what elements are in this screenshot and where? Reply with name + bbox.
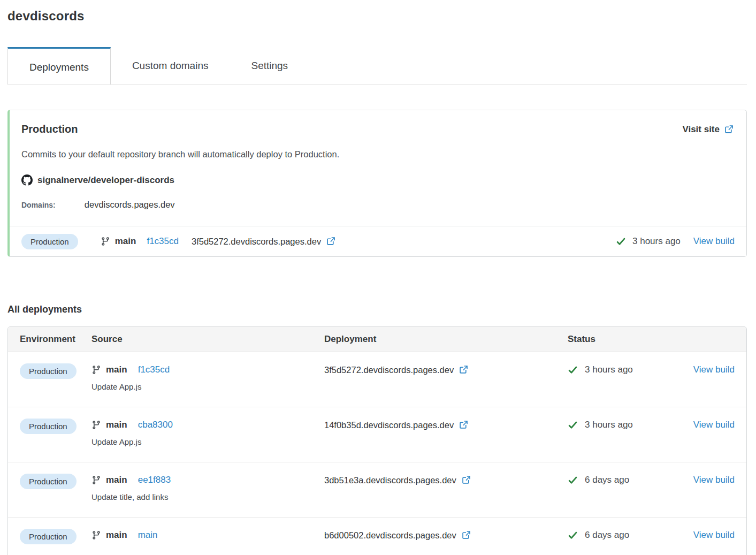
tab-settings[interactable]: Settings xyxy=(230,47,309,85)
commit-link[interactable]: f1c35cd xyxy=(147,236,179,247)
github-icon xyxy=(21,174,33,186)
commit-message: Update App.js xyxy=(91,436,324,448)
environment-badge: Production xyxy=(20,529,77,544)
status-time: 3 hours ago xyxy=(632,236,681,247)
status-time: 3 hours ago xyxy=(585,419,633,431)
deployment-cell: 3db51e3a.devdiscords.pages.dev xyxy=(324,474,568,486)
production-card: Production Visit site Commits to your de… xyxy=(7,110,747,257)
deployment-row: Production main cba8300 Update App.js 14… xyxy=(8,407,746,462)
success-check-icon xyxy=(568,475,578,485)
view-cell: View build xyxy=(683,474,735,486)
environment-badge: Production xyxy=(20,474,77,489)
view-build-link[interactable]: View build xyxy=(693,530,735,540)
git-branch-icon xyxy=(101,237,110,246)
environment-cell: Production xyxy=(20,419,91,434)
deployment-row: Production main ee1f883 Update title, ad… xyxy=(8,462,746,517)
deployment-row: Production main main b6d00502.devdiscord… xyxy=(8,517,746,555)
production-deployment-row: Production main f1c35cd 3f5d5272.devdisc… xyxy=(10,226,746,256)
environment-cell: Production xyxy=(20,474,91,489)
external-link-icon[interactable] xyxy=(461,530,471,540)
branch-name: main xyxy=(106,419,127,431)
view-build-link[interactable]: View build xyxy=(693,364,735,375)
git-branch-icon xyxy=(91,475,101,485)
commit-link[interactable]: main xyxy=(138,529,158,542)
view-cell: View build xyxy=(683,419,735,431)
environment-badge: Production xyxy=(20,419,77,434)
source-cell: main ee1f883 Update title, add links xyxy=(91,474,324,504)
domains-label: Domains: xyxy=(21,201,56,209)
git-branch-icon xyxy=(91,365,101,375)
deployment-cell: 14f0b35d.devdiscords.pages.dev xyxy=(324,419,568,431)
status-cell: 6 days ago xyxy=(568,474,683,486)
tab-bar: Deployments Custom domains Settings xyxy=(7,47,747,85)
commit-link[interactable]: cba8300 xyxy=(138,419,173,431)
domains-value: devdiscords.pages.dev xyxy=(85,200,175,210)
environment-badge: Production xyxy=(21,234,78,249)
external-link-icon[interactable] xyxy=(461,475,471,485)
visit-site-label: Visit site xyxy=(682,124,720,135)
deployment-cell: b6d00502.devdiscords.pages.dev xyxy=(324,529,568,542)
external-link-icon[interactable] xyxy=(459,420,468,430)
branch-name: main xyxy=(106,474,127,486)
page-title: devdiscords xyxy=(7,9,747,24)
commit-message: Update App.js xyxy=(91,381,324,393)
deployment-url: 14f0b35d.devdiscords.pages.dev xyxy=(324,419,454,431)
column-header-status: Status xyxy=(568,334,683,345)
status-time: 6 days ago xyxy=(585,474,629,486)
view-build-link[interactable]: View build xyxy=(693,475,735,485)
status-cell: 3 hours ago xyxy=(568,363,683,376)
tab-deployments[interactable]: Deployments xyxy=(7,47,111,85)
branch-name: main xyxy=(106,363,127,376)
git-branch-icon xyxy=(91,420,101,430)
source-cell: main cba8300 Update App.js xyxy=(91,419,324,448)
view-cell: View build xyxy=(683,363,735,376)
success-check-icon xyxy=(568,365,578,375)
environment-cell: Production xyxy=(20,363,91,379)
repository-link[interactable]: signalnerve/developer-discords xyxy=(37,175,174,186)
deployment-url: 3f5d5272.devdiscords.pages.dev xyxy=(192,237,321,247)
table-header-row: Environment Source Deployment Status xyxy=(8,327,746,352)
production-description: Commits to your default repository branc… xyxy=(21,149,734,159)
source-cell: main f1c35cd Update App.js xyxy=(91,363,324,393)
deployments-table: Environment Source Deployment Status Pro… xyxy=(7,326,747,555)
tab-custom-domains[interactable]: Custom domains xyxy=(111,47,230,85)
deployment-url: b6d00502.devdiscords.pages.dev xyxy=(324,529,456,542)
status-cell: 3 hours ago xyxy=(568,419,683,431)
commit-link[interactable]: ee1f883 xyxy=(138,474,171,486)
pages-project-page: devdiscords Deployments Custom domains S… xyxy=(0,0,756,555)
column-header-source: Source xyxy=(91,334,324,345)
external-link-icon[interactable] xyxy=(326,237,335,246)
visit-site-link[interactable]: Visit site xyxy=(682,124,734,135)
external-link-icon[interactable] xyxy=(459,365,468,375)
view-cell: View build xyxy=(683,529,735,542)
production-card-title: Production xyxy=(21,123,78,135)
environment-badge: Production xyxy=(20,363,77,379)
branch-name: main xyxy=(106,529,127,542)
column-header-environment: Environment xyxy=(20,334,91,345)
all-deployments-title: All deployments xyxy=(7,304,747,315)
success-check-icon xyxy=(568,420,578,430)
success-check-icon xyxy=(568,530,578,541)
external-link-icon xyxy=(724,125,734,134)
git-branch-icon xyxy=(91,530,101,540)
status-cell: 6 days ago xyxy=(568,529,683,542)
deployment-cell: 3f5d5272.devdiscords.pages.dev xyxy=(324,363,568,376)
view-build-link[interactable]: View build xyxy=(693,236,735,247)
environment-cell: Production xyxy=(20,529,91,544)
commit-message: Update title, add links xyxy=(91,491,324,504)
commit-link[interactable]: f1c35cd xyxy=(138,363,170,376)
deployment-url: 3f5d5272.devdiscords.pages.dev xyxy=(324,363,454,376)
column-header-deployment: Deployment xyxy=(324,334,568,345)
status-time: 3 hours ago xyxy=(585,363,633,376)
view-build-link[interactable]: View build xyxy=(693,420,735,430)
status-time: 6 days ago xyxy=(585,529,629,542)
deployment-row: Production main f1c35cd Update App.js 3f… xyxy=(8,352,746,407)
branch-name: main xyxy=(115,236,136,247)
success-check-icon xyxy=(616,237,626,247)
source-cell: main main xyxy=(91,529,324,542)
deployment-url: 3db51e3a.devdiscords.pages.dev xyxy=(324,474,456,486)
table-body: Production main f1c35cd Update App.js 3f… xyxy=(8,352,746,555)
